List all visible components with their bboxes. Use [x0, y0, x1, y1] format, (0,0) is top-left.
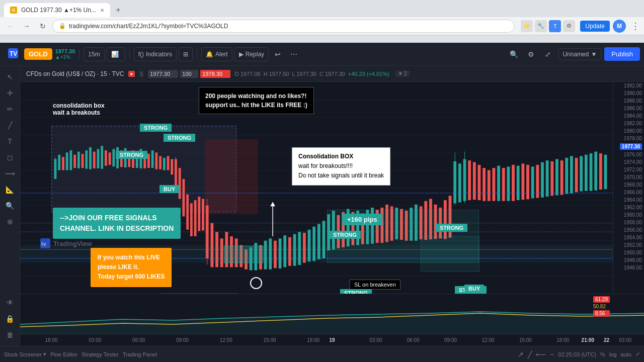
forward-btn[interactable]: →: [20, 20, 33, 33]
svg-rect-30: [93, 152, 96, 168]
sidebar-zoom-icon[interactable]: 🔍: [3, 199, 17, 213]
timestamp-display: 02:25:03 (UTC): [558, 351, 596, 357]
templates-btn[interactable]: ⊞: [179, 47, 193, 61]
price-1968: 1968.00: [613, 181, 644, 189]
price-1984: 1984.00: [613, 112, 644, 120]
signals-banner: -->JOIN OUR FREE SIGNALS CHANNEL. LINK I…: [53, 208, 181, 239]
drawing-tool-4[interactable]: −: [550, 350, 554, 358]
svg-rect-21: [58, 155, 60, 170]
sidebar-text-icon[interactable]: T: [3, 134, 17, 148]
price-1946: 1946.00: [613, 264, 644, 272]
sidebar-fib-icon[interactable]: ⟿: [3, 166, 17, 180]
undo-btn[interactable]: ↩: [271, 47, 285, 61]
buy-badge-1: BUY: [159, 185, 179, 193]
price-1950: 1950.00: [613, 249, 644, 256]
live-badge: ●: [128, 71, 135, 77]
ext-icon-4[interactable]: ⚙: [563, 20, 575, 32]
sidebar-trendline-icon[interactable]: ╱: [3, 118, 17, 132]
new-tab-button[interactable]: +: [112, 4, 124, 16]
svg-rect-53: [179, 168, 181, 199]
sidebar-trash-icon[interactable]: 🗑: [3, 328, 17, 342]
ext-icon-1[interactable]: ⭐: [521, 20, 533, 32]
active-tab[interactable]: G GOLD 1977.30 ▲+1% Un... ✕: [4, 3, 110, 17]
price-input-2[interactable]: [180, 70, 198, 78]
svg-rect-152: [421, 236, 479, 272]
price-input-3[interactable]: [200, 70, 230, 78]
sidebar-crosshair-icon[interactable]: ✛: [3, 86, 17, 100]
chart-resize-icon[interactable]: ⤢: [635, 351, 640, 357]
replay-btn[interactable]: ▶ Replay: [234, 47, 269, 61]
symbol-selector[interactable]: GOLD: [24, 48, 52, 60]
svg-rect-141: [585, 155, 588, 191]
sidebar-magnet-icon[interactable]: ⊕: [3, 215, 17, 229]
drawing-tool-2[interactable]: ╱: [528, 350, 532, 358]
svg-rect-32: [101, 146, 103, 169]
price-1974: 1974.00: [613, 158, 644, 166]
more-btn[interactable]: ⋯: [287, 47, 301, 61]
svg-rect-56: [190, 203, 193, 236]
sidebar-pencil-icon[interactable]: ✏: [3, 102, 17, 116]
chrome-menu-btn[interactable]: ⋮: [631, 21, 640, 32]
indicators-btn[interactable]: f() Indicators: [134, 47, 177, 61]
search-btn[interactable]: 🔍: [507, 47, 521, 61]
time-21: 21:00: [582, 337, 595, 343]
sidebar-cursor-icon[interactable]: ↖: [3, 70, 17, 84]
svg-text:tv: tv: [41, 241, 47, 247]
ext-icon-3[interactable]: T: [549, 20, 561, 32]
trading-panel-btn[interactable]: Trading Panel: [123, 351, 157, 357]
price-1990: 1990.00: [613, 89, 644, 97]
svg-rect-136: [560, 160, 564, 195]
svg-rect-50: [171, 159, 173, 174]
consolidation-box-msg: Consolidation BOX wait for breakouts!!!!…: [292, 147, 390, 186]
timeframe-btn[interactable]: 15m: [84, 47, 104, 61]
replay-icon: ▶: [239, 51, 244, 58]
svg-rect-130: [531, 166, 534, 198]
price-1988: 1988.00: [613, 97, 644, 105]
layer-count[interactable]: ▼ 2: [395, 70, 410, 77]
change-value: +40.23 (+4.01%): [348, 71, 389, 77]
svg-rect-23: [66, 152, 68, 170]
alert-btn[interactable]: 🔔 Alert: [201, 47, 232, 61]
profile-icon[interactable]: M: [613, 20, 626, 33]
strategy-tester-btn[interactable]: Strategy Tester: [82, 351, 119, 357]
sl-breakeven-label: SL on breakeven: [350, 280, 400, 290]
bar-style-btn[interactable]: 📊: [107, 47, 125, 61]
drawing-tool-3[interactable]: ⟵: [536, 350, 546, 358]
tab-title: GOLD 1977.30 ▲+1% Un...: [21, 7, 96, 14]
sidebar-measure-icon[interactable]: 📐: [3, 183, 17, 197]
sidebar-eye-icon[interactable]: 👁: [3, 296, 17, 310]
address-bar[interactable]: 🔒 tradingview.com/chart/EzZJm1KL/?symbol…: [52, 20, 515, 33]
settings-btn[interactable]: ⚙: [524, 47, 538, 61]
sidebar-shape-icon[interactable]: ◻: [3, 150, 17, 164]
stock-screener-btn[interactable]: Stock Screener ▾: [4, 351, 46, 357]
ext-icon-2[interactable]: 🔧: [535, 20, 547, 32]
time-1200: 12:00: [220, 337, 232, 343]
browser-tabs: G GOLD 1977.30 ▲+1% Un... ✕ +: [0, 0, 644, 17]
drawing-tool-1[interactable]: ↗: [518, 350, 524, 358]
strong-badge-5: STRONG: [436, 224, 467, 232]
unnamed-btn[interactable]: Unnamed ▼: [558, 48, 601, 60]
sidebar-lock-icon[interactable]: 🔒: [3, 312, 17, 326]
publish-btn[interactable]: Publish: [604, 47, 640, 61]
chart-header: CFDs on Gold (US$ / OZ) · 15 · TVC ● | O…: [20, 66, 644, 82]
svg-rect-44: [147, 154, 150, 168]
pine-editor-btn[interactable]: Pine Editor: [50, 351, 77, 357]
svg-rect-123: [497, 166, 500, 201]
alert-icon: 🔔: [206, 51, 213, 58]
back-btn[interactable]: ←: [4, 20, 17, 33]
time-19: 19: [329, 337, 335, 343]
tab-close-btn[interactable]: ✕: [100, 8, 104, 13]
strong-badge-4: STRONG: [329, 231, 361, 239]
refresh-btn[interactable]: ↻: [36, 20, 49, 33]
update-btn[interactable]: Update: [580, 21, 610, 32]
address-text: tradingview.com/chart/EzZJm1KL/?symbol=T…: [69, 23, 228, 30]
price-input-1[interactable]: [148, 70, 178, 78]
fullscreen-btn[interactable]: ⤢: [541, 47, 555, 61]
chart-canvas[interactable]: 200 people watching and no likes?! suppo…: [20, 82, 613, 294]
left-sidebar: ↖ ✛ ✏ ╱ T ◻ ⟿ 📐 🔍 ⊕ 👁 🔒 🗑: [0, 66, 20, 346]
svg-rect-47: [159, 156, 162, 169]
divider-badge[interactable]: |: [139, 71, 144, 77]
svg-rect-118: [473, 162, 476, 200]
svg-rect-28: [85, 150, 88, 169]
svg-rect-125: [507, 166, 510, 201]
